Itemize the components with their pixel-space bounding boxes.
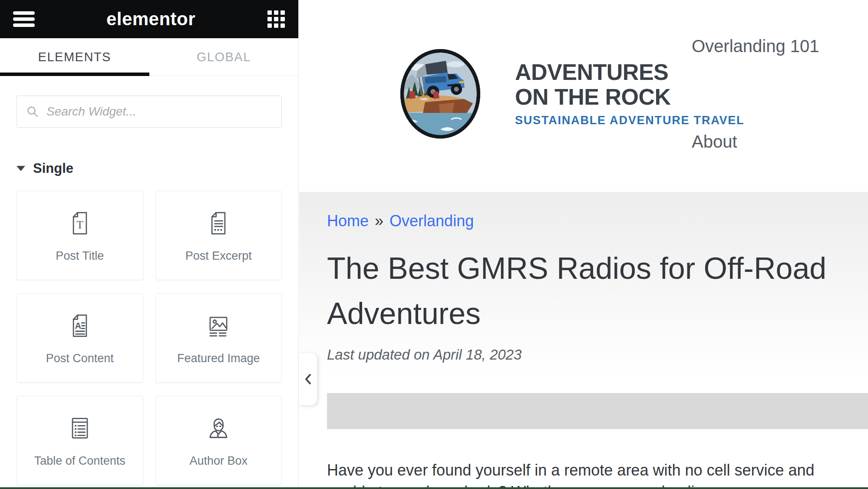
chevron-down-icon <box>17 166 25 171</box>
search-input[interactable] <box>46 105 272 119</box>
hamburger-menu-button[interactable] <box>13 11 35 27</box>
widget-label: Table of Contents <box>34 454 125 468</box>
svg-text:A: A <box>75 321 81 330</box>
post-title-icon: T <box>65 208 95 238</box>
article-title-line1: The Best GMRS Radios for Off-Road <box>327 246 826 291</box>
site-preview: ADVENTURES ON THE ROCK SUSTAINABLE ADVEN… <box>299 0 868 489</box>
section-single[interactable]: Single <box>17 161 282 176</box>
breadcrumb-overlanding-link[interactable]: Overlanding <box>389 212 474 230</box>
widget-grid: T Post Title Post Excerpt <box>17 191 282 485</box>
apps-grid-icon <box>267 10 272 15</box>
article-title-line2: Adventures <box>327 291 826 336</box>
search-box <box>17 96 282 128</box>
author-box-icon <box>204 413 233 443</box>
chevron-left-icon <box>303 372 313 387</box>
search-icon <box>26 106 39 118</box>
widget-author-box[interactable]: Author Box <box>155 396 282 485</box>
widget-label: Post Content <box>46 352 114 365</box>
post-content-icon: A <box>65 311 95 340</box>
widget-featured-image[interactable]: Featured Image <box>155 293 282 383</box>
section-title: Single <box>33 161 73 176</box>
panel-tabs: ELEMENTS GLOBAL <box>0 38 298 76</box>
tab-elements[interactable]: ELEMENTS <box>0 38 149 76</box>
elementor-logo: elementor <box>106 9 195 30</box>
nav-link-about[interactable]: About <box>692 132 737 152</box>
site-logo-image[interactable] <box>399 48 482 140</box>
article-title: The Best GMRS Radios for Off-Road Advent… <box>327 246 826 336</box>
elementor-panel: elementor ELEMENTS GLOBAL Single T <box>0 0 299 489</box>
article-updated-date: Last updated on April 18, 2023 <box>327 347 521 363</box>
widget-post-title[interactable]: T Post Title <box>17 191 143 280</box>
panel-header: elementor <box>0 0 298 38</box>
widget-post-excerpt[interactable]: Post Excerpt <box>155 191 282 280</box>
widget-label: Post Excerpt <box>185 249 252 263</box>
widget-table-of-contents[interactable]: Table of Contents <box>17 396 143 485</box>
widget-label: Author Box <box>189 454 248 468</box>
widget-search <box>17 96 282 128</box>
nav-link-overlanding-101[interactable]: Overlanding 101 <box>692 36 819 56</box>
bottom-edge-line <box>0 487 868 489</box>
article-paragraph-line1: Have you ever found yourself in a remote… <box>327 461 815 479</box>
site-title-line1: ADVENTURES <box>515 60 744 85</box>
widget-label: Featured Image <box>177 352 260 365</box>
post-excerpt-icon <box>204 208 233 238</box>
site-logo-text: ADVENTURES ON THE ROCK SUSTAINABLE ADVEN… <box>515 60 744 127</box>
breadcrumb-home-link[interactable]: Home <box>327 212 369 230</box>
site-header: ADVENTURES ON THE ROCK SUSTAINABLE ADVEN… <box>299 0 868 192</box>
table-of-contents-icon <box>65 413 95 443</box>
widget-post-content[interactable]: A Post Content <box>17 293 143 383</box>
site-title-line2: ON THE ROCK <box>515 85 744 109</box>
svg-text:T: T <box>76 218 83 231</box>
apps-grid-button[interactable] <box>267 10 285 28</box>
breadcrumb-separator: » <box>375 212 383 230</box>
panel-collapse-button[interactable] <box>299 353 317 405</box>
tab-global[interactable]: GLOBAL <box>149 38 299 76</box>
breadcrumb: Home»Overlanding <box>327 212 474 230</box>
article-hero: Home»Overlanding The Best GMRS Radios fo… <box>299 192 868 489</box>
hamburger-icon <box>13 11 35 15</box>
widget-label: Post Title <box>56 249 104 263</box>
site-tagline: SUSTAINABLE ADVENTURE TRAVEL <box>515 114 744 127</box>
article-paragraph: Have you ever found yourself in a remote… <box>327 459 868 489</box>
ad-placeholder-bar <box>327 393 868 429</box>
featured-image-icon <box>204 311 233 340</box>
